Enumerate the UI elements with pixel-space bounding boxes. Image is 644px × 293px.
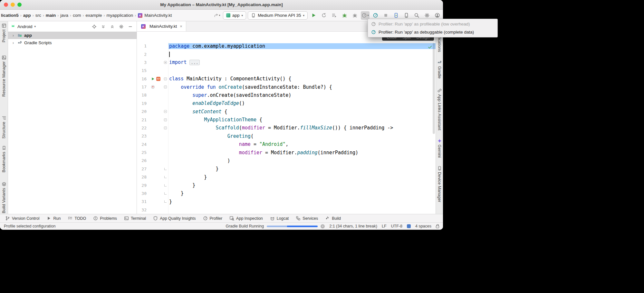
stripe-item-resource-manager[interactable]: Resource Manager <box>2 55 6 97</box>
code-text[interactable]: ) <box>168 158 436 164</box>
fold-open-icon[interactable]: − <box>164 118 167 121</box>
breadcrumb-item[interactable]: main <box>45 13 56 18</box>
device-selector[interactable]: Medium Phone API 35 ▾ <box>248 11 308 20</box>
lock-icon[interactable] <box>436 226 439 228</box>
popup-item[interactable]: Profiler: Run 'app' as debuggable (compl… <box>368 28 497 36</box>
composable-icon[interactable]: <> <box>156 77 160 81</box>
code-text[interactable]: setContent { <box>168 109 436 115</box>
toolwindow-todo[interactable]: TODO <box>68 216 86 221</box>
history-dropdown-button[interactable]: ▾ <box>213 11 221 20</box>
settings-button[interactable] <box>423 11 431 20</box>
editor-scrollbar[interactable] <box>433 43 435 134</box>
stripe-item-gemini[interactable]: Gemini <box>437 138 442 158</box>
fold-end-icon[interactable] <box>164 184 167 187</box>
breadcrumb-item[interactable]: MainActivity.kt <box>144 13 172 18</box>
run-configuration-selector[interactable]: app ▾ <box>223 11 246 20</box>
code-text[interactable]: } <box>168 190 436 196</box>
override-icon[interactable] <box>151 85 155 89</box>
toolwindow-logcat[interactable]: Logcat <box>270 216 289 221</box>
status-widget-icon[interactable] <box>407 224 411 228</box>
stripe-item-structure[interactable]: Structure <box>2 116 6 139</box>
caret-position-widget[interactable]: 2:1 (34 chars, 1 line break) <box>329 224 377 228</box>
breadcrumb-item[interactable]: example <box>85 13 102 18</box>
fold-end-icon[interactable] <box>164 192 167 195</box>
breadcrumb-item[interactable]: src <box>35 13 42 18</box>
zoom-window-button[interactable] <box>17 3 22 7</box>
code-text[interactable]: override fun onCreate(savedInstanceState… <box>168 84 436 90</box>
code-text[interactable]: Greeting( <box>168 133 436 139</box>
toolwindow-build[interactable]: Build <box>325 216 341 221</box>
tree-item-gradle-scripts[interactable]: ›Gradle Scripts <box>8 39 137 46</box>
code-text[interactable]: package com.example.myapplication <box>168 43 436 49</box>
fold-end-icon[interactable] <box>164 200 167 203</box>
profiler-button[interactable]: ▾ <box>361 11 370 20</box>
fold-marker[interactable]: − <box>163 116 168 124</box>
attach-debugger-button[interactable] <box>351 11 359 20</box>
encoding-widget[interactable]: UTF-8 <box>391 224 402 228</box>
code-text[interactable]: import ... <box>168 59 436 65</box>
chevron-right-icon[interactable]: › <box>13 41 15 45</box>
fold-open-icon[interactable]: − <box>164 110 167 113</box>
chevron-right-icon[interactable]: › <box>13 33 15 38</box>
stop-button[interactable] <box>381 11 390 20</box>
inspections-ok-icon[interactable] <box>428 45 432 49</box>
fold-end-icon[interactable] <box>164 168 167 170</box>
stripe-item-bookmarks[interactable]: Bookmarks <box>2 146 6 172</box>
fold-marker[interactable]: + <box>163 58 168 66</box>
breadcrumb-item[interactable]: lication5 <box>1 13 19 18</box>
toolwindow-run[interactable]: Run <box>46 216 61 221</box>
toolwindow-profiler[interactable]: Profiler <box>203 216 223 221</box>
fold-open-icon[interactable]: − <box>164 86 167 88</box>
running-devices-button[interactable] <box>392 11 400 20</box>
close-tab-icon[interactable]: × <box>180 24 182 29</box>
code-editor[interactable]: 1package com.example.myapplication23+imp… <box>137 42 436 214</box>
code-text[interactable]: modifier = Modifier.padding(innerPadding… <box>168 150 436 156</box>
code-text[interactable]: super.onCreate(savedInstanceState) <box>168 92 436 98</box>
minimize-window-button[interactable] <box>11 3 15 7</box>
fold-open-icon[interactable]: − <box>164 77 167 80</box>
toolwindow-problems[interactable]: Problems <box>93 216 117 221</box>
breadcrumb-item[interactable]: app <box>23 13 31 18</box>
code-text[interactable]: MyApplicationTheme { <box>168 117 436 123</box>
code-text[interactable]: } <box>168 199 436 205</box>
fold-marker[interactable] <box>163 189 168 197</box>
fold-marker[interactable]: − <box>163 107 168 116</box>
stripe-item-project[interactable]: Project <box>2 23 6 42</box>
indent-style-widget[interactable]: 4 spaces <box>415 224 431 228</box>
project-view-selector[interactable]: Android <box>17 24 33 29</box>
tree-item-app[interactable]: ›app <box>8 32 137 39</box>
run-line-icon[interactable] <box>151 77 155 81</box>
code-text[interactable]: } <box>168 166 436 172</box>
panel-options-button[interactable] <box>117 23 125 30</box>
toolwindow-app-quality-insights[interactable]: App Quality Insights <box>153 216 196 221</box>
fold-end-icon[interactable] <box>164 176 167 178</box>
toolwindow-terminal[interactable]: Terminal <box>124 216 146 221</box>
breadcrumb-item[interactable]: com <box>72 13 82 18</box>
build-menu-button[interactable] <box>330 11 339 20</box>
fold-marker[interactable] <box>163 181 168 189</box>
code-text[interactable]: Scaffold(modifier = Modifier.fillMaxSize… <box>168 125 436 131</box>
breadcrumb-item[interactable]: java <box>60 13 69 18</box>
search-everywhere-button[interactable] <box>412 11 421 20</box>
fold-open-icon[interactable]: − <box>164 126 167 129</box>
popup-item[interactable]: Profiler: Run 'app' as profileable (low … <box>368 20 497 28</box>
close-window-button[interactable] <box>4 3 8 7</box>
run-button[interactable] <box>309 11 318 20</box>
fold-closed-icon[interactable]: + <box>164 61 167 64</box>
tab-mainactivity[interactable]: MainActivity.kt × <box>137 21 186 31</box>
stripe-item-gradle[interactable]: Gradle <box>437 60 442 79</box>
stripe-item-app-links-assistant[interactable]: App Links Assistant <box>437 88 442 130</box>
breadcrumb-item[interactable]: myapplication <box>106 13 134 18</box>
apply-changes-button[interactable] <box>320 11 328 20</box>
code-text[interactable] <box>168 51 436 57</box>
code-text[interactable]: name = "Android", <box>168 141 436 147</box>
toolwindow-version-control[interactable]: Version Control <box>5 216 39 221</box>
debug-button[interactable] <box>340 11 349 20</box>
toolwindow-app-inspection[interactable]: App Inspection <box>229 216 263 221</box>
code-text[interactable]: } <box>168 174 436 180</box>
code-text[interactable]: } <box>168 182 436 188</box>
code-text[interactable]: class MainActivity : ComponentActivity()… <box>168 76 436 82</box>
fold-marker[interactable]: − <box>163 124 168 132</box>
fold-marker[interactable] <box>163 173 168 181</box>
line-ending-widget[interactable]: LF <box>382 224 387 228</box>
